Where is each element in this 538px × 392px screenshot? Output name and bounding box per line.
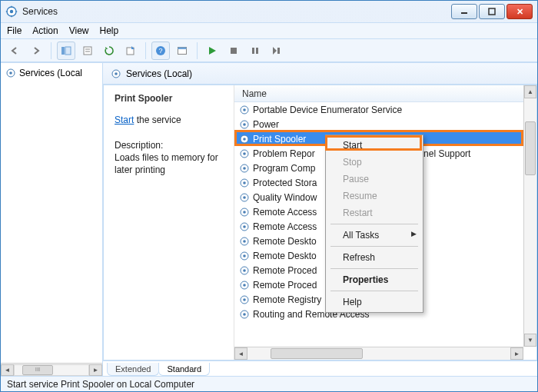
service-row[interactable]: Power (234, 117, 523, 131)
gear-icon (239, 119, 250, 130)
menu-help[interactable]: Help (100, 25, 119, 36)
svg-point-27 (243, 108, 246, 111)
svg-rect-7 (489, 8, 495, 15)
service-list[interactable]: Name ▲ Portable Device Enumerator Servic… (234, 85, 536, 360)
gear-icon (239, 178, 250, 188)
service-row-label: Power (253, 119, 279, 130)
status-bar: Start service Print Spooler on Local Com… (1, 376, 537, 391)
right-pane-header: Services (Local) (103, 63, 537, 85)
show-hide-tree-button[interactable] (57, 42, 75, 60)
start-service-link[interactable]: Start (115, 115, 134, 125)
refresh-button[interactable] (100, 42, 118, 60)
back-button[interactable] (5, 42, 24, 60)
gear-icon (239, 294, 250, 305)
service-row-label: Remote Access (253, 221, 317, 232)
right-pane-title: Services (Local) (126, 68, 192, 79)
services-icon (5, 5, 18, 18)
description-text: Loads files to memory for later printing (115, 151, 226, 176)
svg-rect-8 (61, 47, 65, 55)
svg-point-49 (243, 269, 246, 272)
gear-icon (239, 105, 250, 115)
menu-view[interactable]: View (69, 25, 89, 36)
service-row-label: Remote Deskto (253, 251, 317, 261)
svg-rect-19 (252, 48, 254, 54)
forward-button[interactable] (27, 42, 45, 60)
status-text: Start service Print Spooler on Local Com… (7, 379, 194, 390)
list-hscrollbar[interactable]: ◄► (234, 347, 523, 360)
ctx-properties[interactable]: Properties (327, 271, 421, 288)
start-service-button[interactable] (203, 42, 221, 60)
view-tabs: Extended Standard (103, 360, 537, 376)
stop-service-button[interactable] (224, 42, 243, 60)
tab-standard[interactable]: Standard (158, 363, 210, 376)
tree-root-services[interactable]: Services (Local (1, 66, 102, 80)
svg-rect-21 (277, 48, 280, 54)
gear-icon (239, 134, 250, 145)
ctx-help[interactable]: Help (327, 294, 421, 311)
list-vscrollbar[interactable]: ▲▼ (523, 85, 536, 347)
gear-icon (239, 265, 250, 276)
svg-point-1 (10, 10, 13, 13)
gear-icon (111, 68, 121, 79)
close-button[interactable]: ✕ (506, 4, 533, 19)
console-tree[interactable]: Services (Local ◄III► (1, 63, 103, 376)
tab-extended[interactable]: Extended (107, 363, 159, 376)
svg-point-43 (243, 225, 246, 228)
maximize-button[interactable] (479, 4, 505, 19)
ctx-stop: Stop (327, 154, 421, 171)
service-name: Print Spooler (115, 93, 226, 104)
menu-bar: File Action View Help (1, 22, 537, 39)
svg-point-25 (115, 72, 118, 75)
svg-point-29 (243, 123, 246, 126)
service-row-label: Remote Proced (253, 280, 317, 291)
svg-point-51 (243, 284, 246, 287)
column-header[interactable]: Name ▲ (234, 85, 536, 102)
svg-point-55 (243, 313, 246, 316)
service-row[interactable]: Portable Device Enumerator Service (234, 102, 523, 117)
ctx-resume: Resume (327, 188, 421, 204)
description-label: Description: (115, 139, 226, 151)
svg-text:?: ? (158, 47, 162, 55)
service-row-label: Protected Stora (253, 178, 317, 188)
menu-action[interactable]: Action (32, 25, 58, 36)
gear-icon (239, 163, 250, 174)
ctx-refresh[interactable]: Refresh (327, 249, 421, 266)
start-rest: the service (134, 115, 181, 125)
service-dialog-button[interactable] (173, 42, 191, 60)
ctx-all-tasks[interactable]: All Tasks▶ (327, 227, 421, 244)
svg-rect-20 (256, 48, 258, 54)
svg-point-53 (243, 298, 246, 301)
titlebar: Services ✕ (1, 1, 537, 22)
gear-icon (239, 309, 250, 320)
window-title: Services (22, 6, 58, 17)
gear-icon (5, 68, 16, 78)
svg-rect-10 (84, 47, 91, 55)
service-row-label: Remote Registry (253, 294, 321, 305)
svg-rect-17 (178, 47, 187, 49)
menu-file[interactable]: File (7, 25, 22, 36)
ctx-start[interactable]: Start (327, 137, 421, 154)
gear-icon (239, 221, 250, 232)
gear-icon (239, 251, 250, 261)
column-name-label: Name (242, 88, 267, 99)
toolbar: ? (1, 39, 537, 62)
pause-service-button[interactable] (246, 42, 264, 60)
svg-point-31 (243, 138, 246, 141)
export-button[interactable] (121, 42, 140, 60)
tree-hscrollbar[interactable]: ◄III► (1, 363, 102, 376)
service-row-label: Portable Device Enumerator Service (253, 105, 402, 115)
svg-rect-18 (231, 48, 237, 54)
svg-point-35 (243, 167, 246, 170)
ctx-pause: Pause (327, 171, 421, 188)
gear-icon (239, 236, 250, 247)
tree-root-label: Services (Local (19, 68, 82, 78)
service-row-label: Print Spooler (253, 134, 306, 145)
minimize-button[interactable] (451, 4, 477, 19)
restart-service-button[interactable] (267, 42, 286, 60)
help-button[interactable]: ? (151, 42, 170, 60)
properties-button[interactable] (78, 42, 97, 60)
svg-point-33 (243, 152, 246, 155)
svg-point-37 (243, 181, 246, 184)
gear-icon (239, 148, 250, 159)
svg-point-45 (243, 240, 246, 243)
